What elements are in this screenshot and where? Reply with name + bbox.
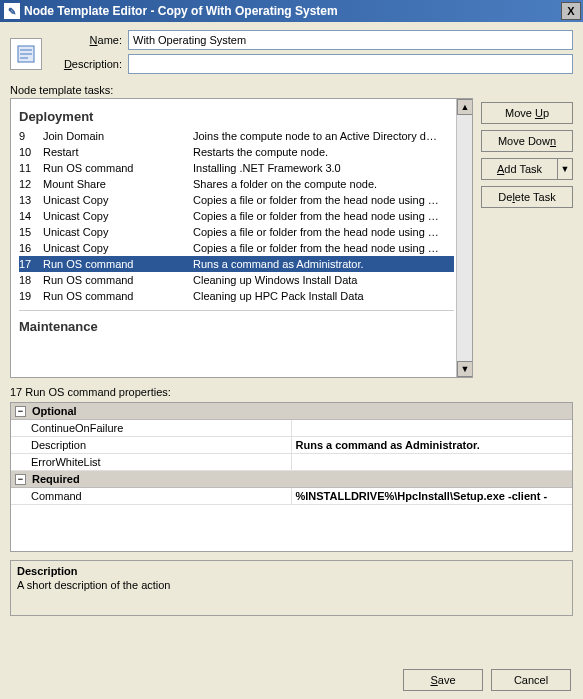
- property-value[interactable]: %INSTALLDRIVE%\HpcInstall\Setup.exe -cli…: [292, 488, 573, 504]
- task-number: 9: [19, 130, 43, 142]
- property-group-header[interactable]: −Optional: [11, 403, 572, 420]
- property-row[interactable]: ContinueOnFailure: [11, 420, 572, 437]
- tasks-section-label: Node template tasks:: [10, 84, 573, 96]
- task-number: 15: [19, 226, 43, 238]
- property-name: Description: [11, 437, 292, 453]
- scrollbar[interactable]: ▲ ▼: [456, 99, 472, 377]
- add-task-button[interactable]: Add Task: [481, 158, 557, 180]
- properties-grid[interactable]: −OptionalContinueOnFailureDescriptionRun…: [10, 402, 573, 552]
- property-name: ErrorWhiteList: [11, 454, 292, 470]
- property-name: Command: [11, 488, 292, 504]
- template-icon: [10, 38, 42, 70]
- task-description: Restarts the compute node.: [193, 146, 454, 158]
- move-up-button[interactable]: Move Up: [481, 102, 573, 124]
- property-row[interactable]: Command%INSTALLDRIVE%\HpcInstall\Setup.e…: [11, 488, 572, 505]
- collapse-icon[interactable]: −: [15, 474, 26, 485]
- task-name: Restart: [43, 146, 193, 158]
- task-description: Cleaning up HPC Pack Install Data: [193, 290, 454, 302]
- property-row[interactable]: ErrorWhiteList: [11, 454, 572, 471]
- name-input[interactable]: [128, 30, 573, 50]
- property-value[interactable]: Runs a command as Administrator.: [292, 437, 573, 453]
- task-row[interactable]: 15Unicast CopyCopies a file or folder fr…: [19, 224, 454, 240]
- property-group-name: Optional: [32, 405, 77, 417]
- add-task-dropdown-icon[interactable]: ▼: [557, 158, 573, 180]
- property-value[interactable]: [292, 454, 573, 470]
- add-task-split-button[interactable]: Add Task ▼: [481, 158, 573, 180]
- task-description: Installing .NET Framework 3.0: [193, 162, 454, 174]
- collapse-icon[interactable]: −: [15, 406, 26, 417]
- task-name: Unicast Copy: [43, 210, 193, 222]
- properties-label: 17 Run OS command properties:: [10, 386, 573, 398]
- task-number: 12: [19, 178, 43, 190]
- tasks-list[interactable]: Deployment 9Join DomainJoins the compute…: [10, 98, 473, 378]
- task-number: 10: [19, 146, 43, 158]
- task-number: 19: [19, 290, 43, 302]
- task-row[interactable]: 12Mount ShareShares a folder on the comp…: [19, 176, 454, 192]
- task-description: Copies a file or folder from the head no…: [193, 194, 454, 206]
- scroll-down-button[interactable]: ▼: [457, 361, 473, 377]
- task-description: Copies a file or folder from the head no…: [193, 226, 454, 238]
- task-row[interactable]: 18Run OS commandCleaning up Windows Inst…: [19, 272, 454, 288]
- task-description: Copies a file or folder from the head no…: [193, 242, 454, 254]
- property-row[interactable]: DescriptionRuns a command as Administrat…: [11, 437, 572, 454]
- task-row[interactable]: 9Join DomainJoins the compute node to an…: [19, 128, 454, 144]
- property-group-header[interactable]: −Required: [11, 471, 572, 488]
- task-row[interactable]: 10RestartRestarts the compute node.: [19, 144, 454, 160]
- task-row[interactable]: 14Unicast CopyCopies a file or folder fr…: [19, 208, 454, 224]
- save-button[interactable]: Save: [403, 669, 483, 691]
- task-name: Run OS command: [43, 258, 193, 270]
- task-name: Unicast Copy: [43, 226, 193, 238]
- task-description: Cleaning up Windows Install Data: [193, 274, 454, 286]
- task-description: Shares a folder on the compute node.: [193, 178, 454, 190]
- description-label: Description:: [58, 58, 128, 70]
- task-name: Unicast Copy: [43, 194, 193, 206]
- task-number: 17: [19, 258, 43, 270]
- group-header-maintenance[interactable]: Maintenance: [19, 310, 454, 338]
- task-name: Unicast Copy: [43, 242, 193, 254]
- task-name: Run OS command: [43, 162, 193, 174]
- task-row[interactable]: 19Run OS commandCleaning up HPC Pack Ins…: [19, 288, 454, 304]
- task-description: Copies a file or folder from the head no…: [193, 210, 454, 222]
- task-description: Runs a command as Administrator.: [193, 258, 454, 270]
- window-title: Node Template Editor - Copy of With Oper…: [24, 4, 561, 18]
- task-name: Join Domain: [43, 130, 193, 142]
- task-row[interactable]: 17Run OS commandRuns a command as Admini…: [19, 256, 454, 272]
- task-number: 14: [19, 210, 43, 222]
- property-description-text: A short description of the action: [17, 579, 566, 591]
- property-group-name: Required: [32, 473, 80, 485]
- name-label: Name:: [58, 34, 128, 46]
- task-row[interactable]: 11Run OS commandInstalling .NET Framewor…: [19, 160, 454, 176]
- titlebar: ✎ Node Template Editor - Copy of With Op…: [0, 0, 583, 22]
- group-header-deployment[interactable]: Deployment: [19, 105, 454, 128]
- property-name: ContinueOnFailure: [11, 420, 292, 436]
- task-name: Run OS command: [43, 274, 193, 286]
- scroll-up-button[interactable]: ▲: [457, 99, 473, 115]
- task-description: Joins the compute node to an Active Dire…: [193, 130, 454, 142]
- move-down-button[interactable]: Move Down: [481, 130, 573, 152]
- cancel-button[interactable]: Cancel: [491, 669, 571, 691]
- task-number: 11: [19, 162, 43, 174]
- description-input[interactable]: [128, 54, 573, 74]
- property-description-box: Description A short description of the a…: [10, 560, 573, 616]
- task-number: 13: [19, 194, 43, 206]
- property-value[interactable]: [292, 420, 573, 436]
- task-row[interactable]: 13Unicast CopyCopies a file or folder fr…: [19, 192, 454, 208]
- property-description-title: Description: [17, 565, 566, 577]
- task-name: Mount Share: [43, 178, 193, 190]
- app-icon: ✎: [4, 3, 20, 19]
- task-number: 18: [19, 274, 43, 286]
- close-button[interactable]: X: [561, 2, 581, 20]
- task-row[interactable]: 16Unicast CopyCopies a file or folder fr…: [19, 240, 454, 256]
- delete-task-button[interactable]: Delete Task: [481, 186, 573, 208]
- task-name: Run OS command: [43, 290, 193, 302]
- task-number: 16: [19, 242, 43, 254]
